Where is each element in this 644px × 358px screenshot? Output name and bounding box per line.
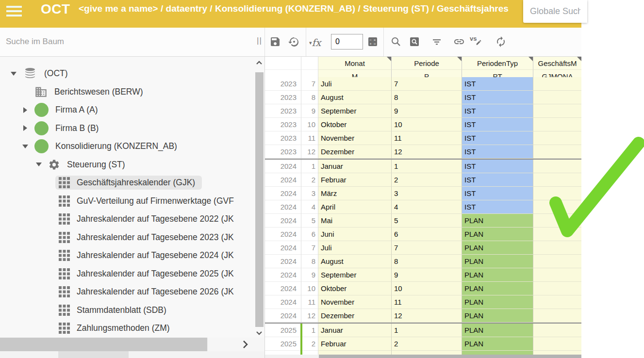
cell-periodentyp[interactable]: IST <box>462 118 533 131</box>
search-in-sheet-icon[interactable] <box>409 36 420 48</box>
tree-item-content[interactable]: (OCT) <box>19 65 75 82</box>
expander-down-icon[interactable] <box>8 72 19 76</box>
cell-monat[interactable]: Mai <box>318 214 392 228</box>
column-header-periodentyp[interactable]: PeriodenTyp <box>462 57 533 70</box>
cell-rownum[interactable]: 9 <box>301 268 318 282</box>
cell-monat[interactable]: Januar <box>318 160 392 173</box>
value-input[interactable] <box>331 34 363 49</box>
cell-periode[interactable]: 2 <box>392 337 462 351</box>
cell-rownum[interactable]: 6 <box>301 228 318 241</box>
vs-edit-icon[interactable]: vs <box>470 35 484 49</box>
cell-monat[interactable]: September <box>318 268 392 282</box>
expander-right-icon[interactable] <box>19 107 31 113</box>
tree-item-6[interactable]: Geschäftsjahreskalender (GJK) <box>0 174 264 192</box>
search-icon[interactable] <box>390 36 402 48</box>
cell-gjmonat[interactable] <box>533 131 581 145</box>
cell-year[interactable]: 2023 <box>265 77 301 91</box>
tree-item-content[interactable]: Jahreskalender auf Tagesebene 2023 (JK <box>55 230 241 244</box>
tree-item-content[interactable]: Jahreskalender auf Tagesebene 2025 (JK <box>55 267 241 281</box>
cell-gjmonat[interactable] <box>533 337 581 351</box>
cell-periodentyp[interactable]: PLAN <box>462 309 533 323</box>
cell-year[interactable]: 2024 <box>265 309 301 323</box>
cell-periodentyp[interactable]: PLAN <box>462 241 533 255</box>
cell-rownum[interactable]: 1 <box>301 160 318 173</box>
tree-item-content[interactable]: GuV-Verteilung auf Firmenwerktage (GVF <box>55 194 241 208</box>
cell-year[interactable]: 2023 <box>265 131 301 145</box>
tree-horizontal-scrollbar[interactable] <box>0 338 264 351</box>
column-header-geschaeftsmonat[interactable]: GeschäftsM <box>533 57 581 70</box>
cell-rownum[interactable]: 12 <box>301 145 318 159</box>
cell-monat[interactable]: März <box>318 187 392 200</box>
scroll-up-icon[interactable] <box>255 59 264 69</box>
tree-item-8[interactable]: Jahreskalender auf Tagesebene 2022 (JK <box>0 210 264 228</box>
cell-periode[interactable]: 5 <box>392 214 462 228</box>
cell-periodentyp[interactable]: IST <box>462 91 533 104</box>
cell-year[interactable]: 2024 <box>265 228 301 241</box>
cell-rownum[interactable]: 3 <box>301 187 318 200</box>
cell-rownum[interactable]: 11 <box>301 295 318 309</box>
formula-fx-dropdown[interactable]: ▾fx <box>309 37 321 49</box>
cell-monat[interactable]: Oktober <box>318 282 392 295</box>
cell-year[interactable]: 2024 <box>265 268 301 282</box>
tree-item-10[interactable]: Jahreskalender auf Tagesebene 2024 (JK <box>0 246 264 265</box>
cell-gjmonat[interactable] <box>533 309 581 323</box>
cell-periode[interactable]: 4 <box>392 200 462 214</box>
cell-rownum[interactable]: 7 <box>301 77 318 91</box>
column-header-monat[interactable]: Monat <box>318 57 392 70</box>
tree-item-content[interactable]: Jahreskalender auf Tagesebene 2026 (JK <box>55 285 241 299</box>
cell-periode[interactable]: 7 <box>392 77 462 91</box>
cell-gjmonat[interactable] <box>533 268 581 282</box>
tree-item-13[interactable]: Stammdatenblatt (SDB) <box>0 301 264 320</box>
tree-item-content[interactable]: Jahreskalender auf Tagesebene 2022 (JK <box>55 212 241 226</box>
cell-monat[interactable]: September <box>318 104 392 118</box>
save-icon[interactable] <box>269 36 281 48</box>
cell-periodentyp[interactable]: IST <box>462 104 533 118</box>
cell-gjmonat[interactable] <box>533 228 581 241</box>
tree-item-content[interactable]: Konsolidierung (KONZERN_AB) <box>31 138 184 155</box>
cell-year[interactable]: 2023 <box>265 145 301 159</box>
cell-rownum[interactable]: 11 <box>301 131 318 145</box>
cell-year[interactable]: 2025 <box>265 324 301 337</box>
tree-search-input[interactable] <box>0 28 252 56</box>
cell-gjmonat[interactable] <box>533 282 581 295</box>
cell-monat[interactable]: Januar <box>318 324 392 337</box>
cell-periode[interactable]: 10 <box>392 118 462 131</box>
cell-monat[interactable]: Februar <box>318 173 392 187</box>
tree-item-9[interactable]: Jahreskalender auf Tagesebene 2023 (JK <box>0 228 264 247</box>
cell-monat[interactable]: Dezember <box>318 145 392 159</box>
tree-item-3[interactable]: Firma B (B) <box>0 119 264 138</box>
cell-monat[interactable]: Dezember <box>318 309 392 323</box>
tree-item-5[interactable]: Steuerung (ST) <box>0 156 264 174</box>
cell-periode[interactable]: 1 <box>392 160 462 173</box>
cell-periodentyp[interactable]: PLAN <box>462 255 533 268</box>
tree-item-content[interactable]: Zahlungsmethoden (ZM) <box>55 321 177 335</box>
refresh-icon[interactable] <box>495 36 507 48</box>
cell-rownum[interactable]: 9 <box>301 104 318 118</box>
tree-item-content[interactable]: Steuerung (ST) <box>45 157 132 172</box>
cell-periodentyp[interactable]: PLAN <box>462 228 533 241</box>
filter-icon[interactable] <box>431 36 443 48</box>
cell-gjmonat[interactable] <box>533 91 581 104</box>
cell-rownum[interactable]: 8 <box>301 255 318 268</box>
cell-rownum[interactable]: 4 <box>301 200 318 214</box>
cell-monat[interactable]: Juli <box>318 241 392 255</box>
cell-periode[interactable]: 9 <box>392 104 462 118</box>
global-search-input[interactable] <box>523 0 587 23</box>
cell-year[interactable]: 2024 <box>265 160 301 173</box>
cell-periode[interactable]: 9 <box>392 268 462 282</box>
cell-periode[interactable]: 11 <box>392 131 462 145</box>
cell-periodentyp[interactable]: PLAN <box>462 214 533 228</box>
history-restore-icon[interactable] <box>288 36 300 48</box>
cell-monat[interactable]: Februar <box>318 337 392 351</box>
scroll-right-icon[interactable] <box>240 339 250 352</box>
cell-monat[interactable]: Oktober <box>318 118 392 131</box>
cell-rownum[interactable]: 10 <box>301 118 318 131</box>
cell-year[interactable]: 2024 <box>265 173 301 187</box>
cell-periodentyp[interactable]: PLAN <box>462 268 533 282</box>
tree-item-0[interactable]: (OCT) <box>0 65 264 83</box>
cell-year[interactable]: 2024 <box>265 200 301 214</box>
cell-periode[interactable]: 6 <box>392 228 462 241</box>
cell-gjmonat[interactable] <box>533 324 581 337</box>
cell-rownum[interactable]: 2 <box>301 173 318 187</box>
tree-item-content[interactable]: Firma B (B) <box>31 120 105 137</box>
